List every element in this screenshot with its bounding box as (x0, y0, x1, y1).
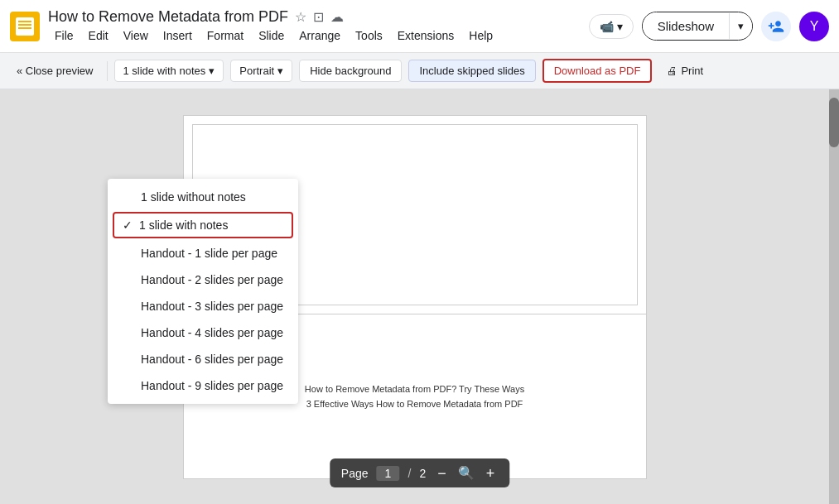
cloud-icon[interactable]: ☁ (330, 9, 344, 25)
menu-edit[interactable]: Edit (82, 27, 115, 44)
dropdown-item-handout-6[interactable]: Handout - 6 slides per page (108, 346, 298, 372)
menu-format[interactable]: Format (200, 27, 250, 44)
menu-help[interactable]: Help (462, 27, 499, 44)
video-button[interactable]: 📹 ▾ (589, 14, 634, 39)
print-label: Print (681, 65, 703, 77)
hide-bg-label: Hide background (310, 65, 391, 77)
menu-insert[interactable]: Insert (157, 27, 199, 44)
portrait-label: Portrait (239, 65, 274, 77)
menu-view[interactable]: View (117, 27, 155, 44)
slideshow-caret-button[interactable]: ▾ (729, 13, 752, 39)
include-skipped-label: Include skipped slides (419, 65, 524, 77)
title-info: How to Remove Metadata from PDF ☆ ⊡ ☁ Fi… (48, 8, 589, 44)
dropdown-item-handout-2[interactable]: Handout - 2 slides per page (108, 266, 298, 293)
slide-text-line-1: How to Remove Metadata from PDF? Try The… (305, 384, 524, 394)
dropdown-item-no-notes[interactable]: 1 slide without notes (108, 184, 298, 210)
dropdown-item-label: Handout - 2 slides per page (141, 273, 283, 286)
menu-file[interactable]: File (48, 27, 80, 44)
menu-tools[interactable]: Tools (349, 27, 389, 44)
app-icon (10, 12, 40, 41)
page-controls: Page / 2 − 🔍 + (330, 458, 509, 487)
zoom-out-button[interactable]: − (434, 466, 450, 481)
menu-slide[interactable]: Slide (252, 27, 291, 44)
star-icon[interactable]: ☆ (295, 9, 306, 25)
page-separator: / (407, 467, 411, 480)
close-preview-button[interactable]: « Close preview (10, 61, 100, 80)
menu-bar: File Edit View Insert Format Slide Arran… (48, 27, 589, 44)
title-right: 📹 ▾ Slideshow ▾ Y (589, 12, 829, 41)
slideshow-button[interactable]: Slideshow (643, 12, 729, 40)
document-title: How to Remove Metadata from PDF (48, 8, 288, 26)
layout-dropdown-caret: ▾ (209, 65, 215, 77)
add-person-button[interactable] (761, 12, 791, 41)
close-preview-label: « Close preview (17, 65, 94, 77)
slideshow-button-group: Slideshow ▾ (642, 12, 753, 41)
layout-dropdown-button[interactable]: 1 slide with notes ▾ (114, 60, 224, 82)
print-button[interactable]: 🖨 Print (658, 60, 711, 81)
dropdown-item-label: Handout - 9 slides per page (141, 379, 283, 392)
page-label: Page (341, 467, 369, 480)
print-icon: 🖨 (667, 65, 677, 77)
layout-dropdown-label: 1 slide with notes (123, 65, 206, 77)
right-scrollbar[interactable] (829, 89, 839, 504)
dropdown-item-label: Handout - 1 slide per page (141, 247, 277, 260)
dropdown-item-label: Handout - 6 slides per page (141, 353, 283, 366)
include-skipped-button[interactable]: Include skipped slides (408, 60, 535, 82)
dropdown-item-label: 1 slide without notes (141, 190, 246, 204)
check-mark-icon: ✓ (123, 218, 133, 232)
dropdown-item-label: 1 slide with notes (139, 218, 228, 232)
title-bar: How to Remove Metadata from PDF ☆ ⊡ ☁ Fi… (0, 0, 839, 53)
dropdown-item-handout-3[interactable]: Handout - 3 slides per page (108, 293, 298, 319)
page-total: 2 (419, 467, 426, 480)
dropdown-item-with-notes[interactable]: ✓1 slide with notes (113, 212, 293, 238)
user-initial: Y (810, 19, 819, 34)
layout-dropdown-menu: 1 slide without notes✓1 slide with notes… (108, 179, 298, 404)
page-input[interactable] (376, 466, 399, 481)
download-pdf-button[interactable]: Download as PDF (542, 59, 653, 83)
slide-text-line-2: 3 Effective Ways How to Remove Metadata … (306, 399, 523, 409)
dropdown-item-handout-1[interactable]: Handout - 1 slide per page (108, 240, 298, 266)
toolbar-divider-1 (107, 61, 108, 81)
preview-toolbar: « Close preview 1 slide with notes ▾ Por… (0, 53, 839, 89)
video-caret: ▾ (617, 20, 623, 33)
main-area: How to Remove Metadata from PDF? Try The… (0, 89, 839, 504)
download-pdf-label: Download as PDF (554, 65, 641, 77)
portrait-caret: ▾ (277, 65, 283, 77)
hide-background-button[interactable]: Hide background (299, 60, 402, 82)
zoom-icon: 🔍 (458, 465, 475, 481)
move-icon[interactable]: ⊡ (313, 9, 324, 25)
menu-extensions[interactable]: Extensions (391, 27, 460, 44)
dropdown-item-label: Handout - 3 slides per page (141, 300, 283, 313)
video-icon: 📹 (600, 20, 614, 33)
user-avatar[interactable]: Y (799, 12, 829, 41)
dropdown-item-label: Handout - 4 slides per page (141, 326, 283, 339)
zoom-in-button[interactable]: + (483, 466, 499, 481)
dropdown-item-handout-9[interactable]: Handout - 9 slides per page (108, 372, 298, 399)
dropdown-item-handout-4[interactable]: Handout - 4 slides per page (108, 319, 298, 346)
portrait-button[interactable]: Portrait ▾ (230, 60, 292, 82)
scrollbar-thumb[interactable] (829, 98, 839, 147)
menu-arrange[interactable]: Arrange (292, 27, 347, 44)
